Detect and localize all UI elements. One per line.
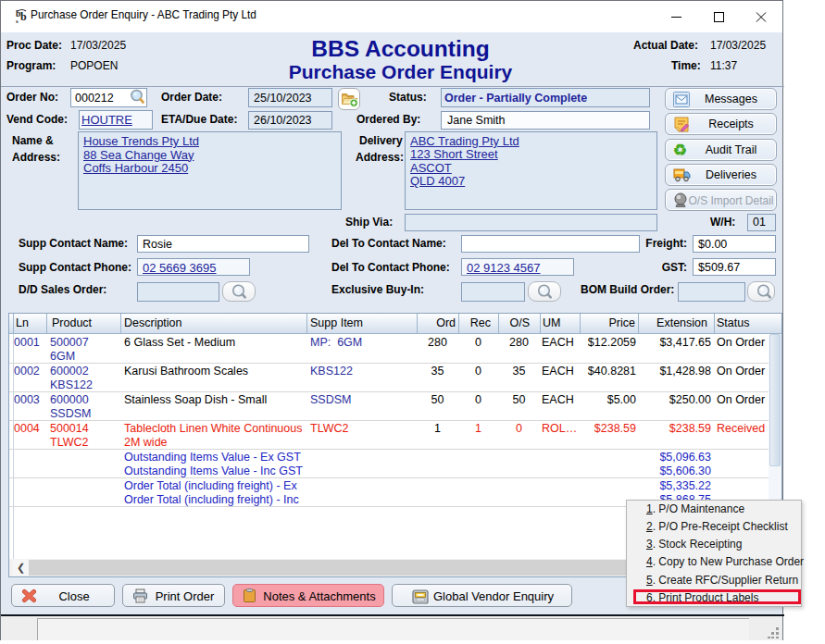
svg-text:b: b [20,10,27,23]
svg-text:s: s [16,18,19,24]
